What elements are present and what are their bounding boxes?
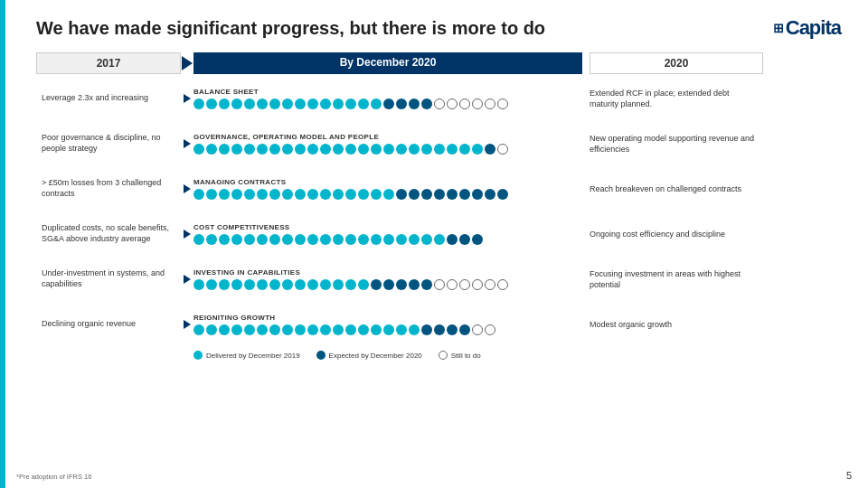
- page: We have made significant progress, but t…: [0, 0, 868, 488]
- page-number: 5: [846, 470, 852, 481]
- dot-teal: [320, 99, 331, 109]
- dot-teal: [244, 324, 255, 335]
- dot-teal: [333, 234, 344, 245]
- dot-teal: [307, 279, 318, 290]
- dot-teal: [307, 189, 318, 200]
- arrow-icon: [182, 56, 193, 70]
- header: We have made significant progress, but t…: [27, 16, 841, 40]
- dot-dark: [459, 189, 470, 200]
- dot-teal: [282, 144, 293, 155]
- page-title: We have made significant progress, but t…: [36, 18, 545, 39]
- dot-teal: [269, 144, 280, 155]
- col-header-arrow: [181, 52, 193, 74]
- dot-dark: [472, 189, 483, 200]
- dot-teal: [396, 324, 407, 335]
- dot-teal: [358, 234, 369, 245]
- dot-teal: [219, 279, 230, 290]
- dot-teal: [231, 279, 242, 290]
- dot-teal: [358, 279, 369, 290]
- dot-teal: [333, 99, 344, 109]
- legend-label-1: Delivered by December 2019: [206, 352, 300, 360]
- data-row-contracts: > £50m losses from 3 challenged contract…: [36, 168, 841, 210]
- progress-balance-sheet: BALANCE SHEET: [193, 86, 582, 111]
- dot-teal: [257, 324, 268, 335]
- dot-teal: [396, 144, 407, 155]
- progress-cost: COST COMPETITIVENESS: [193, 221, 582, 247]
- dot-empty: [472, 99, 483, 109]
- dot-teal: [206, 279, 217, 290]
- row-arrow-balance-sheet: [181, 94, 193, 103]
- col-header-2017: 2017: [36, 52, 181, 74]
- outcome-cost: Ongoing cost efficiency and discipline: [582, 225, 763, 243]
- dot-dark: [396, 189, 407, 200]
- dot-teal: [333, 144, 344, 155]
- dot-teal: [231, 144, 242, 155]
- dot-teal: [383, 234, 394, 245]
- logo: ⊞ Capita: [773, 16, 841, 40]
- dot-teal: [345, 324, 356, 335]
- legend-item-1: Delivered by December 2019: [193, 351, 300, 360]
- dot-dark: [497, 189, 508, 200]
- dot-dark: [485, 144, 495, 155]
- footnote: *Pre adoption of IFRS 16: [16, 473, 91, 481]
- dot-empty: [459, 279, 470, 290]
- data-row-growth: Declining organic revenueREIGNITING GROW…: [36, 304, 841, 345]
- dots-row-capabilities: [193, 279, 582, 290]
- progress-label-cost: COST COMPETITIVENESS: [193, 223, 582, 231]
- progress-governance: GOVERNANCE, OPERATING MODEL AND PEOPLE: [193, 131, 582, 156]
- progress-label-capabilities: INVESTING IN CAPABILITIES: [193, 268, 582, 277]
- dot-teal: [282, 279, 293, 290]
- dot-empty: [485, 99, 495, 109]
- dot-teal: [206, 189, 217, 200]
- row-arrow-cost: [181, 230, 193, 239]
- progress-capabilities: INVESTING IN CAPABILITIES: [193, 267, 582, 292]
- dot-teal: [358, 99, 369, 109]
- issue-governance: Poor governance & discipline, no people …: [36, 129, 181, 157]
- dot-teal: [371, 144, 382, 155]
- progress-label-governance: GOVERNANCE, OPERATING MODEL AND PEOPLE: [193, 133, 582, 141]
- dot-teal: [219, 189, 230, 200]
- dot-teal: [206, 99, 217, 109]
- dot-dark: [371, 279, 382, 290]
- column-headers: 2017 By December 2020 2020: [36, 52, 841, 74]
- legend: Delivered by December 2019 Expected by D…: [36, 351, 841, 360]
- dot-dark: [447, 324, 458, 335]
- dot-dark: [472, 234, 483, 245]
- dot-dark: [396, 99, 407, 109]
- dot-empty: [447, 279, 458, 290]
- dot-teal: [257, 234, 268, 245]
- dot-empty: [485, 279, 495, 290]
- dot-teal: [371, 324, 382, 335]
- data-row-balance-sheet: Leverage 2.3x and increasingBALANCE SHEE…: [36, 78, 841, 119]
- dot-teal: [206, 234, 217, 245]
- dot-teal: [447, 144, 458, 155]
- row-arrow-capabilities: [181, 275, 193, 284]
- dot-empty: [497, 99, 508, 109]
- outcome-governance: New operating model supporting revenue a…: [582, 129, 763, 158]
- dot-teal: [383, 189, 394, 200]
- dot-teal: [219, 234, 230, 245]
- dot-teal: [193, 189, 204, 200]
- dot-teal: [307, 234, 318, 245]
- dot-dark: [421, 324, 432, 335]
- dot-dark: [383, 279, 394, 290]
- dot-teal: [269, 189, 280, 200]
- dot-teal: [244, 99, 255, 109]
- dot-teal: [345, 189, 356, 200]
- dot-teal: [295, 324, 306, 335]
- dot-teal: [371, 99, 382, 109]
- dot-teal: [257, 189, 268, 200]
- dot-teal: [396, 234, 407, 245]
- dot-dark: [421, 99, 432, 109]
- dot-teal: [282, 189, 293, 200]
- dot-teal: [333, 324, 344, 335]
- dot-teal: [244, 279, 255, 290]
- dot-teal: [269, 99, 280, 109]
- dot-teal: [345, 279, 356, 290]
- dot-teal: [231, 99, 242, 109]
- dot-teal: [193, 99, 204, 109]
- dot-teal: [257, 279, 268, 290]
- dot-teal: [244, 144, 255, 155]
- dot-empty: [447, 99, 458, 109]
- legend-label-2: Expected by December 2020: [329, 352, 422, 360]
